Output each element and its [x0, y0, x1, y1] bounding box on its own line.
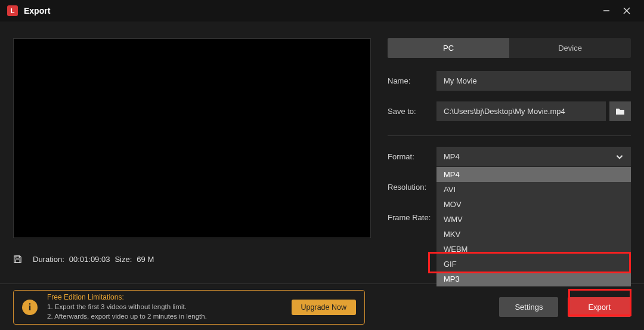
format-option-mp3[interactable]: MP3	[436, 272, 631, 286]
browse-button[interactable]	[609, 101, 631, 121]
export-button[interactable]: Export	[568, 297, 631, 317]
framerate-label: Frame Rate:	[388, 213, 436, 222]
format-option-mp4[interactable]: MP4	[436, 167, 631, 182]
limitations-title: Free Edition Limitations:	[47, 293, 282, 301]
limitations-box: i Free Edition Limitations: 1. Export th…	[13, 290, 365, 325]
tab-device[interactable]: Device	[509, 38, 631, 58]
upgrade-button[interactable]: Upgrade Now	[292, 300, 356, 315]
name-label: Name:	[388, 76, 436, 85]
save-icon	[13, 255, 22, 264]
limitations-line-1: 1. Export the first 3 videos without len…	[47, 303, 282, 312]
format-select[interactable]: MP4 MP4 AVI MOV WMV MKV WEBM GIF MP3	[436, 147, 631, 166]
output-tabs: PC Device	[388, 38, 631, 58]
format-option-wmv[interactable]: WMV	[436, 212, 631, 227]
format-option-webm[interactable]: WEBM	[436, 242, 631, 257]
svg-rect-4	[16, 260, 20, 263]
saveto-label: Save to:	[388, 107, 436, 116]
name-input[interactable]	[436, 71, 631, 91]
format-dropdown: MP4 AVI MOV WMV MKV WEBM GIF MP3	[436, 167, 631, 286]
format-label: Format:	[388, 152, 436, 161]
size-label: Size:	[114, 255, 132, 264]
format-select-value: MP4	[444, 152, 460, 161]
preview-info: Duration: 00:01:09:03 Size: 69 M	[13, 255, 371, 264]
saveto-input[interactable]	[436, 101, 606, 121]
window-title: Export	[24, 6, 596, 16]
close-icon	[623, 7, 630, 14]
close-button[interactable]	[617, 0, 637, 21]
info-icon: i	[22, 300, 38, 315]
tab-pc[interactable]: PC	[388, 38, 509, 58]
format-option-gif[interactable]: GIF	[436, 257, 631, 272]
video-preview	[13, 38, 371, 238]
size-value: 69 M	[137, 255, 154, 264]
resolution-label: Resolution:	[388, 183, 436, 192]
title-bar: L Export	[0, 0, 644, 21]
svg-rect-3	[16, 256, 20, 258]
settings-button[interactable]: Settings	[499, 297, 558, 317]
duration-value: 00:01:09:03	[69, 255, 110, 264]
bottom-bar: i Free Edition Limitations: 1. Export th…	[0, 283, 644, 330]
section-divider	[388, 135, 631, 136]
duration-label: Duration:	[33, 255, 64, 264]
format-option-mov[interactable]: MOV	[436, 197, 631, 212]
limitations-line-2: 2. Afterwards, export video up to 2 minu…	[47, 312, 282, 322]
chevron-down-icon	[615, 153, 624, 161]
minimize-icon	[603, 7, 610, 14]
folder-icon	[615, 107, 625, 116]
app-icon: L	[7, 5, 18, 16]
format-option-avi[interactable]: AVI	[436, 182, 631, 197]
format-option-mkv[interactable]: MKV	[436, 227, 631, 242]
minimize-button[interactable]	[596, 0, 617, 21]
